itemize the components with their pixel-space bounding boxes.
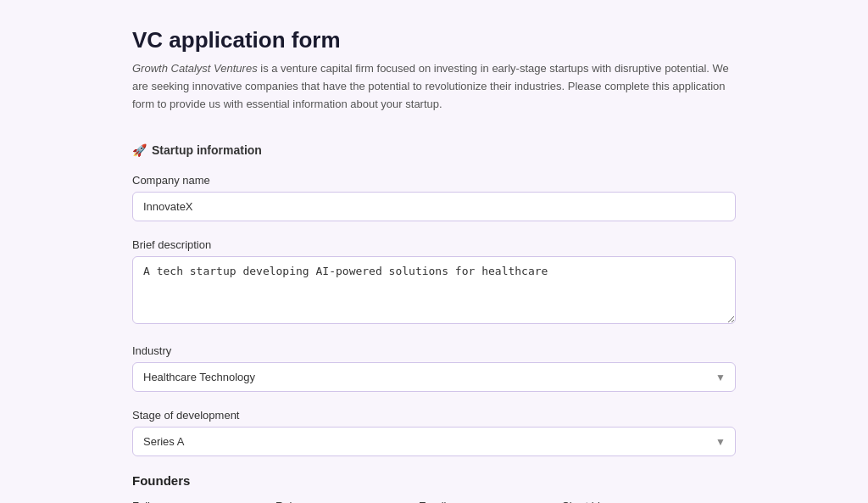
page-description: Growth Catalyst Ventures is a venture ca… bbox=[132, 60, 736, 113]
industry-select[interactable]: Healthcare Technology FinTech EdTech Cle… bbox=[132, 362, 736, 392]
brief-description-input[interactable]: A tech startup developing AI-powered sol… bbox=[132, 256, 736, 324]
company-name-emphasis: Growth Catalyst Ventures bbox=[132, 62, 258, 75]
company-name-input[interactable] bbox=[132, 192, 736, 221]
founders-column-headers: Full name Role Email Short bio bbox=[132, 500, 736, 503]
page-title: VC application form bbox=[132, 27, 736, 53]
page-container: VC application form Growth Catalyst Vent… bbox=[112, 0, 756, 503]
industry-select-wrapper: Healthcare Technology FinTech EdTech Cle… bbox=[132, 362, 736, 392]
industry-group: Industry Healthcare Technology FinTech E… bbox=[132, 344, 736, 392]
stage-group: Stage of development Pre-seed Seed Serie… bbox=[132, 409, 736, 456]
col-header-short-bio: Short bio bbox=[562, 500, 697, 503]
col-header-role: Role bbox=[275, 500, 410, 503]
company-name-label: Company name bbox=[132, 174, 736, 187]
stage-select-wrapper: Pre-seed Seed Series A Series B Series C… bbox=[132, 427, 736, 456]
col-header-email: Email bbox=[419, 500, 554, 503]
rocket-icon: 🚀 bbox=[132, 143, 147, 157]
startup-section-header: 🚀 Startup information bbox=[132, 143, 736, 157]
col-header-full-name: Full name bbox=[132, 500, 267, 503]
brief-description-label: Brief description bbox=[132, 238, 736, 251]
company-name-group: Company name bbox=[132, 174, 736, 221]
stage-select[interactable]: Pre-seed Seed Series A Series B Series C… bbox=[132, 427, 736, 456]
brief-description-group: Brief description A tech startup develop… bbox=[132, 238, 736, 327]
stage-label: Stage of development bbox=[132, 409, 736, 422]
col-header-delete-spacer bbox=[705, 500, 736, 503]
startup-section-title: Startup information bbox=[152, 143, 262, 157]
founders-section: Founders Full name Role Email Short bio … bbox=[132, 473, 736, 503]
industry-label: Industry bbox=[132, 344, 736, 357]
founders-header: Founders bbox=[132, 473, 736, 488]
